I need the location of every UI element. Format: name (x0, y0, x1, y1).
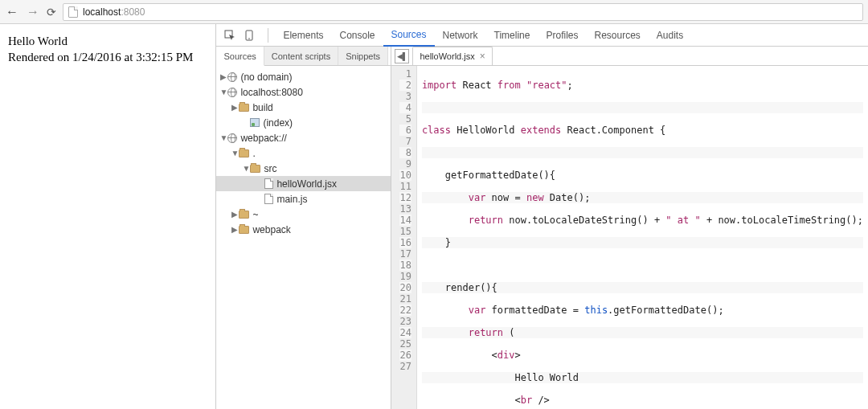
address-bar[interactable]: localhost:8080 (63, 3, 863, 21)
globe-icon (227, 72, 237, 82)
folder-icon (250, 165, 260, 173)
page-icon (68, 6, 78, 18)
file-tab-helloworld[interactable]: helloWorld.jsx × (412, 47, 492, 65)
tree-no-domain[interactable]: ▶(no domain) (216, 69, 391, 84)
tab-audits[interactable]: Audits (649, 24, 691, 46)
page-text-line2: Rendered on 1/24/2016 at 3:32:15 PM (8, 50, 207, 66)
file-tab-label: helloWorld.jsx (420, 51, 474, 61)
url-host: localhost:8080 (83, 6, 145, 18)
subtab-sources[interactable]: Sources (216, 47, 264, 66)
folder-icon (239, 104, 249, 112)
inspect-icon[interactable] (223, 28, 237, 43)
devtools-panel: Elements Console Sources Network Timelin… (215, 24, 868, 409)
back-button[interactable]: ← (5, 5, 19, 19)
forward-button[interactable]: → (26, 5, 40, 19)
svg-point-2 (249, 38, 251, 39)
file-icon (264, 194, 273, 204)
tree-src[interactable]: ▼src (216, 161, 391, 176)
device-icon[interactable] (242, 28, 256, 43)
file-icon (264, 178, 273, 189)
globe-icon (227, 133, 237, 143)
folder-icon (239, 211, 249, 219)
tab-sources[interactable]: Sources (383, 24, 435, 47)
tab-network[interactable]: Network (435, 24, 486, 46)
navigator-tabs: Sources Content scripts Snippets (216, 47, 391, 66)
folder-icon (239, 149, 249, 157)
line-gutter: 1234567891011121314151617181920212223242… (391, 66, 416, 409)
tab-profiles[interactable]: Profiles (538, 24, 586, 46)
folder-icon (239, 226, 249, 234)
reload-button[interactable]: ⟳ (47, 6, 56, 18)
editor-tabbar: ◀▌ helloWorld.jsx × (391, 47, 868, 66)
page-text-line1: Hello World (8, 34, 207, 50)
tree-index[interactable]: (index) (216, 115, 391, 130)
tree-helloworld[interactable]: helloWorld.jsx (216, 176, 391, 191)
tree-webpack-folder[interactable]: ▶webpack (216, 222, 391, 237)
close-tab-icon[interactable]: × (480, 51, 485, 62)
editor-pane: ◀▌ helloWorld.jsx × 12345678910111213141… (391, 47, 868, 409)
devtools-tabbar: Elements Console Sources Network Timelin… (216, 24, 868, 47)
sources-navigator: Sources Content scripts Snippets ▶(no do… (216, 47, 391, 409)
code-content[interactable]: import React from "react"; class HelloWo… (417, 66, 868, 409)
tree-build[interactable]: ▶build (216, 100, 391, 115)
tree-webpack-scheme[interactable]: ▼webpack:// (216, 130, 391, 145)
rendered-page: Hello World Rendered on 1/24/2016 at 3:3… (0, 24, 215, 409)
tree-tilde[interactable]: ▶~ (216, 207, 391, 222)
tab-resources[interactable]: Resources (586, 24, 648, 46)
tab-elements[interactable]: Elements (275, 24, 331, 46)
separator (268, 28, 268, 43)
file-tree: ▶(no domain) ▼localhost:8080 ▶build (ind… (216, 66, 391, 409)
browser-toolbar: ← → ⟳ localhost:8080 (0, 0, 868, 24)
document-icon (250, 118, 260, 127)
tab-timeline[interactable]: Timeline (486, 24, 538, 46)
subtab-snippets[interactable]: Snippets (338, 47, 388, 65)
tab-console[interactable]: Console (331, 24, 383, 46)
globe-icon (227, 88, 237, 97)
show-navigator-icon[interactable]: ◀▌ (395, 49, 409, 63)
tree-localhost[interactable]: ▼localhost:8080 (216, 84, 391, 100)
subtab-content-scripts[interactable]: Content scripts (264, 47, 338, 65)
tree-dot[interactable]: ▼. (216, 145, 391, 161)
code-editor[interactable]: 1234567891011121314151617181920212223242… (391, 66, 868, 409)
tree-main[interactable]: main.js (216, 191, 391, 207)
